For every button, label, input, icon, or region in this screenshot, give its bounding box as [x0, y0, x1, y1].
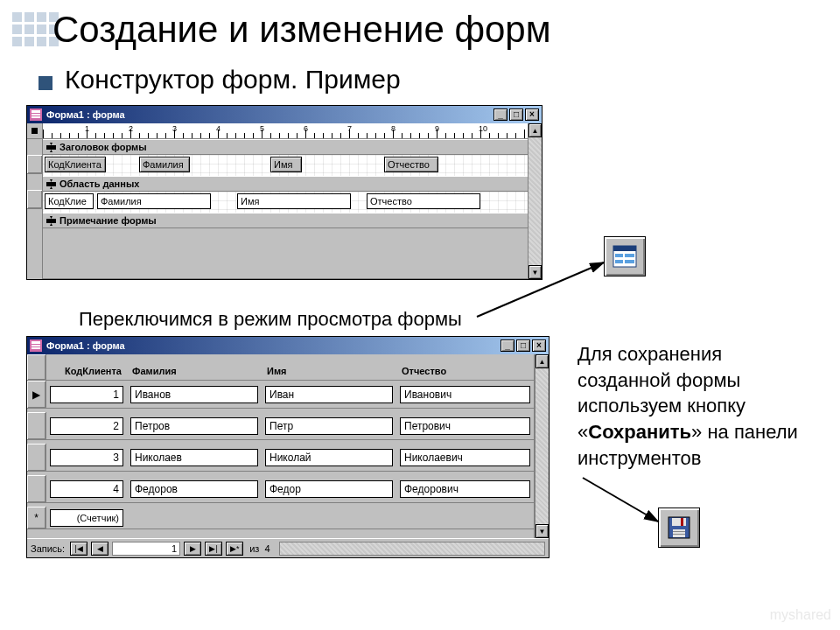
last-record-button[interactable]: ▶|	[205, 542, 222, 556]
cell-otch[interactable]: Николаевич	[400, 449, 530, 466]
scroll-up-button[interactable]: ▲	[536, 354, 549, 368]
row-selector-new[interactable]: *	[27, 507, 46, 528]
field-code[interactable]: КодКлие	[45, 193, 94, 209]
scroll-down-button[interactable]: ▼	[528, 265, 542, 279]
data-titlebar[interactable]: Форма1 : форма _ □ ×	[27, 337, 549, 354]
section-bar-detail[interactable]: Область данных	[43, 176, 528, 192]
design-vscroll[interactable]: ▲ ▼	[528, 123, 542, 279]
detail-row-selector[interactable]	[27, 190, 42, 209]
first-record-button[interactable]: |◀	[70, 542, 88, 556]
save-icon	[667, 515, 691, 540]
maximize-button[interactable]: □	[509, 108, 523, 121]
label-name[interactable]: Имя	[270, 157, 302, 172]
data-vscroll[interactable]: ▲ ▼	[535, 354, 549, 538]
slide-subtitle-row: Конструктор форм. Пример	[38, 65, 401, 94]
form-view-button[interactable]	[604, 236, 646, 276]
svg-rect-20	[625, 254, 634, 257]
ruler-mark: 9	[435, 124, 439, 133]
svg-rect-24	[672, 518, 686, 526]
cell-code[interactable]: 1	[50, 386, 123, 403]
section-bar-footer[interactable]: Примечание формы	[43, 213, 528, 228]
design-titlebar[interactable]: Форма1 : форма _ □ ×	[27, 106, 542, 123]
svg-rect-21	[615, 260, 623, 263]
select-all-box[interactable]	[27, 123, 42, 139]
ruler-mark: 8	[391, 124, 396, 133]
cell-otch[interactable]: Иванович	[400, 386, 530, 403]
cell-code[interactable]: 2	[50, 417, 123, 435]
cell-fam[interactable]: Федоров	[130, 480, 258, 498]
design-title-text: Форма1 : форма	[46, 109, 125, 120]
maximize-button[interactable]: □	[516, 340, 530, 352]
col-header-name[interactable]: Имя	[262, 354, 396, 380]
row-selector[interactable]	[27, 444, 46, 471]
cell-otch[interactable]: Федорович	[400, 480, 530, 498]
svg-rect-15	[32, 345, 40, 346]
current-record-input[interactable]	[112, 542, 180, 556]
field-name[interactable]: Имя	[237, 193, 351, 209]
section-detail-label: Область данных	[60, 178, 139, 189]
recnav-label: Запись:	[31, 543, 66, 554]
prev-record-button[interactable]: ◀	[91, 542, 108, 556]
label-otch[interactable]: Отчество	[384, 157, 438, 172]
form-icon	[30, 340, 42, 352]
ruler-mark: 10	[479, 124, 487, 133]
slide-title: Создание и изменение форм	[52, 9, 551, 51]
col-header-code[interactable]: КодКлиента	[46, 354, 127, 380]
scroll-up-button[interactable]: ▲	[528, 123, 542, 137]
section-footer-label: Примечание формы	[60, 215, 157, 226]
label-code[interactable]: КодКлиента	[45, 157, 106, 172]
svg-rect-27	[673, 531, 685, 532]
cell-code[interactable]: 3	[50, 449, 123, 466]
hscrollbar[interactable]	[279, 542, 545, 556]
header-row-selector[interactable]	[27, 155, 42, 174]
slide-subtitle: Конструктор форм. Пример	[65, 65, 401, 94]
ruler-mark: 7	[347, 124, 352, 133]
form-data-window: Форма1 : форма _ □ × КодКлиента Фамилия …	[26, 336, 550, 558]
ruler-mark: 6	[304, 124, 308, 133]
detail-canvas[interactable]: КодКлие Фамилия Имя Отчество	[43, 192, 528, 213]
col-header-otch[interactable]: Отчество	[396, 354, 534, 380]
bullet-icon	[38, 76, 52, 90]
minimize-button[interactable]: _	[500, 340, 514, 352]
cell-fam[interactable]: Петров	[130, 417, 258, 435]
cell-name[interactable]: Петр	[265, 417, 393, 435]
new-record-button[interactable]: ▶*	[226, 542, 243, 556]
svg-rect-25	[681, 518, 683, 526]
cell-code[interactable]: 4	[50, 480, 123, 498]
ruler-mark: 5	[260, 124, 264, 133]
section-bar-header[interactable]: Заголовок формы	[43, 139, 528, 155]
cell-name[interactable]: Николай	[265, 449, 393, 466]
section-icon	[46, 216, 56, 226]
next-record-button[interactable]: ▶	[184, 542, 201, 556]
label-fam[interactable]: Фамилия	[139, 157, 190, 172]
header-canvas[interactable]: КодКлиента Фамилия Имя Отчество	[43, 155, 528, 176]
field-fam[interactable]: Фамилия	[97, 193, 211, 209]
cell-fam[interactable]: Иванов	[130, 386, 258, 403]
svg-rect-14	[32, 341, 40, 344]
svg-rect-26	[673, 529, 685, 537]
horizontal-ruler[interactable]: 1 2 3 4 5 6 7 8 9 10	[43, 123, 528, 139]
ruler-mark: 3	[172, 124, 177, 133]
cell-name[interactable]: Иван	[265, 386, 393, 403]
corner-cell[interactable]	[27, 354, 46, 380]
row-selector-current[interactable]: ▶	[27, 381, 46, 408]
minimize-button[interactable]: _	[494, 108, 508, 121]
scroll-down-button[interactable]: ▼	[536, 524, 549, 538]
field-otch[interactable]: Отчество	[367, 193, 480, 209]
svg-rect-28	[673, 534, 685, 535]
record-navigator: Запись: |◀ ◀ ▶ ▶| ▶* из 4	[27, 538, 549, 557]
cell-name[interactable]: Федор	[265, 480, 393, 498]
close-button[interactable]: ×	[525, 108, 539, 121]
cell-fam[interactable]: Николаев	[130, 449, 258, 466]
table-row: ▶ 1 Иванов Иван Иванович	[27, 381, 534, 409]
recnav-total: из 4	[247, 543, 270, 554]
cell-otch[interactable]: Петрович	[400, 417, 530, 435]
row-selector[interactable]	[27, 412, 46, 439]
col-header-fam[interactable]: Фамилия	[127, 354, 262, 380]
section-icon	[46, 143, 56, 152]
close-button[interactable]: ×	[532, 340, 546, 352]
row-selector[interactable]	[27, 475, 46, 502]
save-button[interactable]	[658, 508, 700, 548]
svg-marker-9	[50, 186, 52, 189]
cell-code-new[interactable]: (Счетчик)	[50, 509, 123, 527]
